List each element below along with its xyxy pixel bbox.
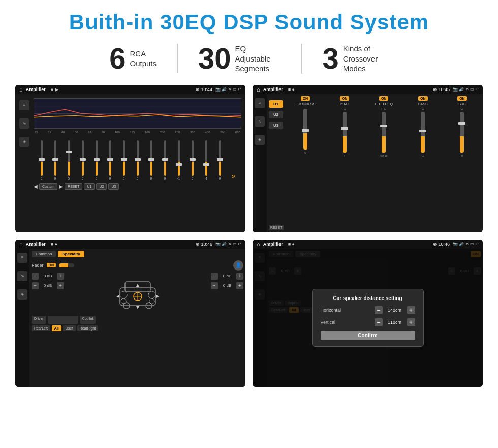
fader-sidebar-icon-3[interactable]: ◈ (17, 289, 27, 300)
confirm-button[interactable]: Confirm (321, 331, 415, 340)
crossover-sidebar: ≡ ∿ ◈ (253, 94, 267, 232)
dialog-horizontal-row: Horizontal − 140cm + (321, 306, 415, 314)
db-minus-4[interactable]: − (211, 282, 218, 289)
preset-u1[interactable]: U1 (269, 100, 283, 108)
fader-header: Fader ON 👤 (32, 260, 243, 271)
all-btn[interactable]: All (52, 325, 61, 331)
slider-12[interactable]: 0 (185, 140, 199, 180)
slider-expand[interactable]: » (227, 172, 240, 180)
rearright-btn[interactable]: RearRight (77, 325, 99, 331)
svg-marker-12 (136, 284, 139, 287)
phat-slider[interactable] (343, 112, 347, 153)
copilot-btn[interactable]: Copilot (80, 316, 96, 324)
preset-u3[interactable]: U3 (269, 122, 283, 129)
home-icon-3: ⌂ (19, 241, 23, 247)
eq-sidebar-icon-1[interactable]: ≡ (19, 100, 29, 110)
sub-slider[interactable] (460, 112, 464, 153)
cutfreq-on[interactable]: ON (379, 96, 389, 101)
slider-11[interactable]: -1 (172, 140, 185, 180)
main-title: Buith-in 30EQ DSP Sound System (15, 10, 483, 35)
freq-labels: 253240 506380 100125160 200250320 400500… (34, 131, 241, 134)
slider-2[interactable]: 0 (48, 140, 62, 180)
eq-main: 253240 506380 100125160 200250320 400500… (32, 96, 243, 230)
fader-on-badge[interactable]: ON (47, 263, 56, 267)
db-minus-2[interactable]: − (32, 282, 39, 289)
stat-crossover: 3 Kinds of Crossover Modes (302, 44, 409, 74)
xover-sidebar-icon-1[interactable]: ≡ (255, 98, 265, 108)
cutfreq-slider[interactable] (382, 112, 386, 153)
eq-sidebar-icon-3[interactable]: ◈ (19, 137, 29, 147)
bass-on[interactable]: ON (418, 96, 428, 101)
db-val-4: 0 dB (220, 283, 235, 288)
svg-marker-14 (116, 295, 119, 298)
slider-1[interactable]: 0 (35, 140, 48, 180)
db-plus-3[interactable]: + (236, 273, 243, 280)
dialog-overlay: Car speaker distance setting Horizontal … (253, 249, 483, 387)
fader-content: − 0 dB + − 0 dB + (32, 273, 243, 313)
slider-8[interactable]: 0 (131, 140, 144, 180)
slider-3[interactable]: 5 (62, 140, 76, 180)
xover-sidebar-icon-2[interactable]: ∿ (255, 116, 265, 127)
loudness-on[interactable]: ON (301, 96, 310, 101)
fader-slider-mini[interactable] (59, 263, 74, 267)
app-title-eq: Amplifier (26, 87, 46, 92)
vertical-plus[interactable]: + (407, 318, 415, 326)
eq-u2-button[interactable]: U2 (96, 183, 107, 190)
tab-common[interactable]: Common (32, 251, 56, 257)
crossover-reset-btn[interactable]: RESET (269, 225, 284, 230)
sub-on[interactable]: ON (457, 96, 467, 101)
fader-sidebar-icon-1[interactable]: ≡ (17, 253, 27, 263)
db-plus-2[interactable]: + (57, 282, 64, 289)
db-row-2: − 0 dB + (32, 282, 64, 289)
time-distance: ⊕ 10:46 (433, 242, 450, 247)
horizontal-control: − 140cm + (375, 306, 415, 314)
slider-10[interactable]: 0 (158, 140, 172, 180)
crossover-screen: ≡ ∿ ◈ U1 U2 U3 RESET (253, 94, 483, 232)
slider-5[interactable]: 0 (89, 140, 103, 180)
eq-next-button[interactable]: ▶ (59, 184, 63, 189)
db-minus-1[interactable]: − (32, 273, 39, 280)
slider-6[interactable]: 0 (103, 140, 117, 180)
tab-specialty[interactable]: Specialty (58, 251, 84, 257)
bass-slider[interactable] (421, 112, 425, 153)
driver-btn[interactable]: Driver (32, 316, 46, 324)
user-btn[interactable]: User (63, 325, 76, 331)
db-val-2: 0 dB (40, 283, 55, 288)
eq-sidebar: ≡ ∿ ◈ (17, 96, 32, 230)
fader-person-icon[interactable]: 👤 (233, 260, 243, 271)
horizontal-label: Horizontal (321, 308, 341, 313)
rearleft-btn[interactable]: RearLeft (32, 325, 50, 331)
time-eq: ⊕ 10:44 (196, 87, 212, 92)
eq-sidebar-icon-2[interactable]: ∿ (19, 118, 29, 129)
eq-sliders: 0 0 5 0 (34, 135, 241, 181)
vertical-label: Vertical (321, 320, 336, 325)
eq-u3-button[interactable]: U3 (108, 183, 119, 190)
slider-9[interactable]: 0 (144, 140, 158, 180)
slider-7[interactable]: 0 (117, 140, 131, 180)
horizontal-minus[interactable]: − (375, 306, 383, 314)
distance-dialog: Car speaker distance setting Horizontal … (312, 289, 424, 347)
db-minus-3[interactable]: − (211, 273, 218, 280)
stat-crossover-number: 3 (323, 44, 339, 73)
eq-u1-button[interactable]: U1 (84, 183, 95, 190)
app-title-distance: Amplifier (263, 242, 283, 247)
slider-14[interactable]: 0 (213, 140, 227, 180)
horizontal-plus[interactable]: + (407, 306, 415, 314)
fader-sidebar-icon-2[interactable]: ∿ (17, 271, 27, 281)
xover-sidebar-icon-3[interactable]: ◈ (255, 135, 265, 145)
stat-rca: 6 RCA Outputs (89, 44, 178, 73)
eq-custom-button[interactable]: Custom (39, 183, 57, 190)
eq-reset-button[interactable]: RESET (65, 183, 82, 190)
loudness-slider[interactable] (303, 109, 307, 150)
slider-13[interactable]: -1 (199, 140, 213, 180)
app-title-crossover: Amplifier (263, 87, 283, 92)
phat-on[interactable]: ON (340, 96, 350, 101)
horizontal-value: 140cm (385, 308, 405, 313)
channel-sub: ON SUB G 0 (444, 96, 481, 230)
db-plus-1[interactable]: + (57, 273, 64, 280)
vertical-minus[interactable]: − (375, 318, 383, 326)
eq-prev-button[interactable]: ◀ (34, 184, 38, 189)
preset-u2[interactable]: U2 (269, 111, 283, 118)
slider-4[interactable]: 0 (76, 140, 89, 180)
db-plus-4[interactable]: + (236, 282, 243, 289)
